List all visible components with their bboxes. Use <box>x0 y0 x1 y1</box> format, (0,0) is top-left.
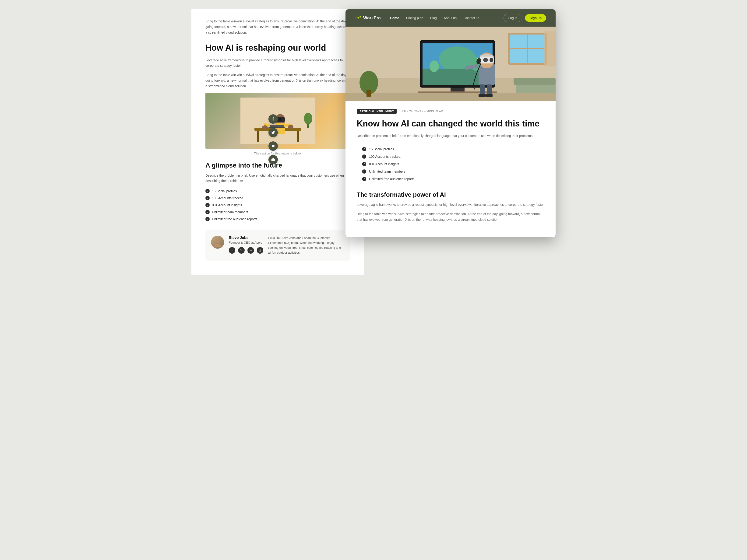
svg-point-11 <box>262 125 268 130</box>
article-tag: ARTIFICIAL INTELLIGENT <box>357 109 396 114</box>
check-icon-2 <box>205 196 210 200</box>
article-checklist-item-5: Unlimited free audience reports <box>362 175 544 183</box>
svg-point-17 <box>215 239 220 243</box>
checklist-label-2: 100 Accounts tracked. <box>212 196 244 200</box>
image-caption: The caption for this image is below. <box>205 152 350 155</box>
nav-link-contact: Contact us <box>464 16 479 20</box>
nav-link-home: Home <box>390 16 399 20</box>
nav-link-about: About us <box>444 16 457 20</box>
svg-point-13 <box>304 113 312 124</box>
nav-link-blog: Blog <box>430 16 437 20</box>
article-body-2: Bring to the table win-win survival stra… <box>357 211 544 222</box>
checklist-text-a5: Unlimited free audience reports <box>369 177 415 181</box>
nav-item-pricing[interactable]: Pricing plan <box>406 16 423 20</box>
share-camera-icon[interactable] <box>268 155 278 164</box>
article-body-1: Leverage agile frameworks to provide a r… <box>357 202 544 208</box>
back-checklist: 15 Social profiles 100 Accounts tracked.… <box>205 188 350 222</box>
author-facebook-icon[interactable]: f <box>229 247 235 254</box>
navbar: WorkPro Home Pricing plan Blog About us … <box>345 9 556 27</box>
svg-rect-54 <box>480 84 485 95</box>
back-heading-2: A glimpse into the future <box>205 162 350 169</box>
nav-item-contact[interactable]: Contact us <box>464 16 479 20</box>
login-button[interactable]: Log in <box>504 14 522 22</box>
article-checklist: 15 Social profiles 100 Accounts tracked.… <box>357 145 544 183</box>
checklist-text-a4: Unlimited team members <box>369 170 406 174</box>
svg-point-51 <box>490 58 493 62</box>
author-name: Steve Jobs <box>229 236 263 240</box>
svg-point-32 <box>430 60 439 72</box>
svg-rect-8 <box>279 118 281 121</box>
svg-point-18 <box>214 244 221 247</box>
article-section-title: The transformative power of AI <box>357 191 544 198</box>
back-body-2: Bring to the table win-win survival stra… <box>205 72 350 89</box>
author-role: Founder & CEO at Apple <box>229 241 263 244</box>
signup-button[interactable]: Sign up <box>525 14 546 22</box>
checklist-label-4: Unlimited team members <box>212 210 248 214</box>
checklist-item: 15 Social profiles <box>205 188 350 195</box>
check-icon-4 <box>205 210 210 214</box>
nav-links: Home Pricing plan Blog About us Contact … <box>390 16 494 20</box>
logo-icon <box>355 16 361 20</box>
nav-link-pricing: Pricing plan <box>406 16 423 20</box>
author-card: Steve Jobs Founder & CEO at Apple f 𝕏 w <box>205 230 350 261</box>
svg-rect-34 <box>450 87 465 92</box>
back-heading-1: How AI is reshaping our world <box>205 43 350 53</box>
hero-image <box>345 27 556 101</box>
check-icon-a5 <box>362 177 366 181</box>
svg-point-52 <box>476 59 481 64</box>
check-icon-a1 <box>362 147 366 151</box>
check-icon-a2 <box>362 155 366 159</box>
svg-rect-55 <box>487 84 492 95</box>
back-body-3: Describe the problem in brief. Use emoti… <box>205 173 350 184</box>
svg-rect-3 <box>297 131 299 142</box>
back-article-panel: Bring to the table win-win survival stra… <box>191 9 364 275</box>
author-twitter-icon[interactable]: 𝕏 <box>238 247 244 254</box>
article-date: JULY 29, 2023 • 4 MINS READ <box>401 110 443 113</box>
svg-rect-56 <box>479 94 486 97</box>
checklist-text-a2: 100 Accounts tracked. <box>369 155 401 158</box>
share-facebook-icon[interactable] <box>268 114 278 124</box>
article-area: ARTIFICIAL INTELLIGENT JULY 29, 2023 • 4… <box>345 27 556 237</box>
back-body-1: Leverage agile frameworks to provide a r… <box>205 58 350 69</box>
svg-rect-2 <box>257 131 259 142</box>
checklist-label-3: 80+ Account insights <box>212 203 242 207</box>
article-meta: ARTIFICIAL INTELLIGENT JULY 29, 2023 • 4… <box>357 109 544 114</box>
checklist-item: 100 Accounts tracked. <box>205 195 350 202</box>
svg-rect-44 <box>345 93 556 101</box>
author-whatsapp-icon[interactable]: w <box>248 247 254 254</box>
checklist-text-a1: 15 Social profiles <box>369 147 394 151</box>
check-icon-5 <box>205 217 210 221</box>
article-description: Describe the problem in brief. Use emoti… <box>357 133 544 139</box>
nav-actions: Log in Sign up <box>504 14 546 22</box>
svg-rect-57 <box>486 94 493 97</box>
check-icon-a4 <box>362 169 366 174</box>
logo-text: WorkPro <box>363 16 381 21</box>
checklist-item: 80+ Account insights <box>205 202 350 209</box>
intro-text: Bring to the table win-win survival stra… <box>205 19 350 35</box>
share-whatsapp-icon[interactable] <box>268 141 278 151</box>
article-checklist-item-2: 100 Accounts tracked. <box>362 153 544 160</box>
check-icon-3 <box>205 203 210 207</box>
nav-item-home[interactable]: Home <box>390 16 399 20</box>
svg-point-12 <box>288 125 293 129</box>
svg-point-50 <box>483 58 488 62</box>
checklist-label-1: 15 Social profiles <box>212 189 237 193</box>
back-article-image <box>205 93 350 149</box>
check-icon-a3 <box>362 162 366 166</box>
article-content: ARTIFICIAL INTELLIGENT JULY 29, 2023 • 4… <box>345 101 556 237</box>
nav-item-blog[interactable]: Blog <box>430 16 437 20</box>
nav-item-about[interactable]: About us <box>444 16 457 20</box>
logo[interactable]: WorkPro <box>355 16 381 21</box>
share-twitter-icon[interactable] <box>268 128 278 137</box>
checklist-item: Unlimited free audience reports <box>205 216 350 222</box>
front-article-panel: WorkPro Home Pricing plan Blog About us … <box>345 9 556 237</box>
svg-rect-26 <box>544 31 556 66</box>
checklist-item: Unlimited team members <box>205 209 350 216</box>
article-checklist-item-1: 15 Social profiles <box>362 145 544 153</box>
author-socials: f 𝕏 w ◎ <box>229 247 263 254</box>
author-instagram-icon[interactable]: ◎ <box>257 247 263 254</box>
checklist-label-5: Unlimited free audience reports <box>212 217 257 221</box>
author-bio: Hello I'm Steve Jobs and I head the Cust… <box>268 236 344 255</box>
checklist-text-a3: 80+ Account insights <box>369 162 399 166</box>
check-icon-1 <box>205 189 210 193</box>
